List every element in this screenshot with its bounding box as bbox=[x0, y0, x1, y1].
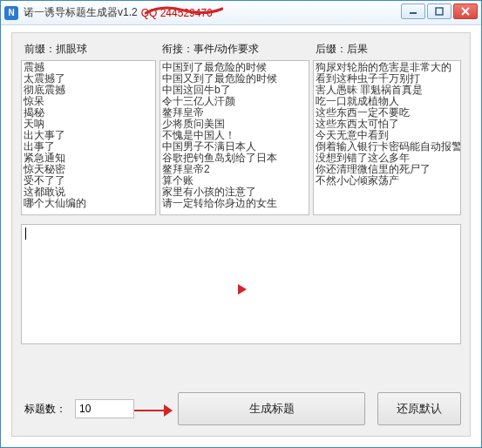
suffix-listbox[interactable]: 狗尿对轮胎的危害是非常大的看到这种虫子千万别打害人愚昧 罪魁祸首真是吃一口就成植… bbox=[313, 60, 461, 215]
suffix-label: 后缀：后果 bbox=[312, 42, 461, 57]
app-icon: N bbox=[4, 6, 18, 20]
window-controls bbox=[401, 3, 478, 19]
list-item[interactable]: 哪个大仙编的 bbox=[24, 198, 153, 209]
minimize-button[interactable] bbox=[401, 3, 425, 19]
lists-row: 震撼太震撼了彻底震撼惊呆揭秘天呐出大事了出事了紧急通知惊天秘密受不了了这都敢说哪… bbox=[21, 60, 461, 215]
red-arrow-icon bbox=[134, 400, 174, 417]
close-button[interactable] bbox=[453, 3, 478, 19]
output-textarea[interactable] bbox=[21, 224, 461, 344]
red-scribble bbox=[145, 6, 223, 17]
bridge-label: 衔接：事件/动作要求 bbox=[159, 42, 312, 57]
red-triangle-icon bbox=[238, 284, 247, 295]
close-icon bbox=[461, 7, 470, 16]
svg-rect-1 bbox=[436, 8, 443, 15]
content-panel: 前缀：抓眼球 衔接：事件/动作要求 后缀：后果 震撼太震撼了彻底震撼惊呆揭秘天呐… bbox=[11, 32, 471, 437]
app-window: N 诺一诱导标题生成器v1.2 QQ 244529476 前缀：抓眼球 衔接：事… bbox=[0, 0, 482, 448]
count-input[interactable] bbox=[75, 399, 134, 418]
bridge-listbox[interactable]: 中国到了最危险的时候中国又到了最危险的时候中国这回牛b了令十三亿人汗颜鳌拜皇帝少… bbox=[160, 60, 309, 215]
generate-button[interactable]: 生成标题 bbox=[178, 392, 365, 425]
prefix-label: 前缀：抓眼球 bbox=[21, 42, 159, 57]
list-item[interactable]: 请一定转给你身边的女生 bbox=[162, 198, 307, 209]
prefix-listbox[interactable]: 震撼太震撼了彻底震撼惊呆揭秘天呐出大事了出事了紧急通知惊天秘密受不了了这都敢说哪… bbox=[21, 60, 156, 215]
titlebar: N 诺一诱导标题生成器v1.2 QQ 244529476 bbox=[1, 1, 481, 25]
maximize-icon bbox=[435, 7, 444, 16]
reset-button[interactable]: 还原默认 bbox=[377, 392, 461, 425]
window-title: 诺一诱导标题生成器v1.2 bbox=[24, 5, 138, 20]
minimize-icon bbox=[409, 7, 418, 16]
text-cursor bbox=[25, 227, 26, 240]
maximize-button[interactable] bbox=[427, 3, 451, 19]
column-labels: 前缀：抓眼球 衔接：事件/动作要求 后缀：后果 bbox=[21, 42, 461, 57]
bottom-row: 标题数： 生成标题 还原默认 bbox=[21, 390, 461, 427]
list-item[interactable]: 不然小心倾家荡产 bbox=[316, 175, 458, 187]
count-label: 标题数： bbox=[24, 402, 66, 417]
